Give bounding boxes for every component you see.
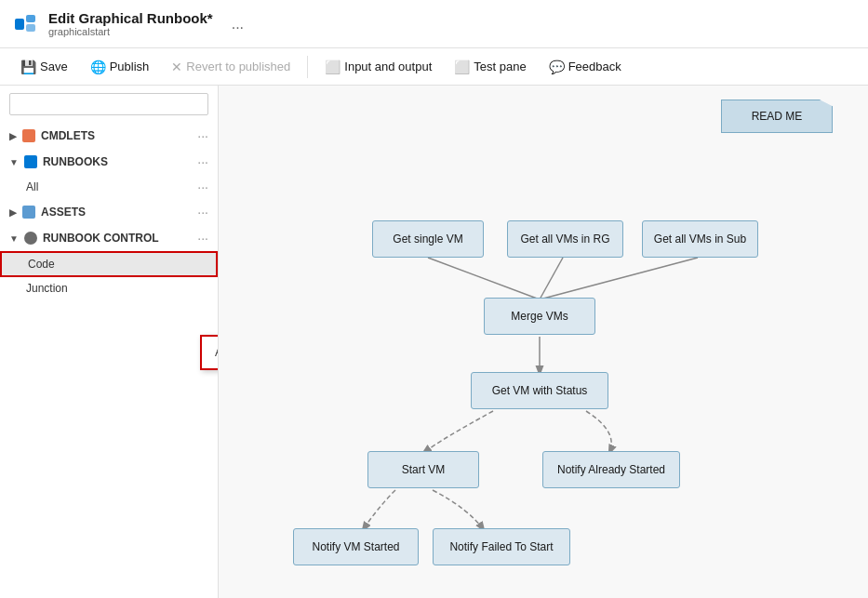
publish-icon: 🌐 [90, 60, 106, 74]
readme-label: READ ME [752, 110, 803, 123]
node-notify-failed-start[interactable]: Notify Failed To Start [433, 528, 570, 565]
svg-line-4 [540, 258, 563, 299]
all-item-more[interactable]: ··· [197, 179, 208, 194]
code-item-label: Code [28, 258, 55, 271]
runbooks-label: RUNBOOKS [43, 155, 108, 168]
page-title: Edit Graphical Runbook* [48, 10, 213, 26]
feedback-button[interactable]: 💬 Feedback [540, 56, 631, 78]
publish-button[interactable]: 🌐 Publish [81, 56, 159, 78]
cmdlets-label: CMDLETS [41, 129, 95, 142]
save-button[interactable]: 💾 Save [11, 56, 77, 78]
page-subtitle: graphicalstart [48, 26, 213, 37]
assets-label: ASSETS [41, 206, 86, 219]
feedback-label: Feedback [568, 60, 621, 73]
runbook-control-group-header[interactable]: ▼ RUNBOOK CONTROL ··· [0, 225, 218, 251]
sidebar-group-cmdlets: ▶ CMDLETS ··· [0, 123, 218, 149]
runbooks-more-button[interactable]: ··· [197, 154, 208, 169]
node-notify-already-started[interactable]: Notify Already Started [542, 451, 680, 488]
app-icon [11, 9, 41, 39]
get-vm-status-label: Get VM with Status [492, 384, 588, 397]
cmdlets-color-icon [22, 129, 35, 142]
node-readme[interactable]: READ ME [721, 100, 833, 133]
title-area: Edit Graphical Runbook* graphicalstart [48, 10, 213, 37]
sidebar-search-area [0, 86, 218, 123]
assets-more-button[interactable]: ··· [197, 205, 208, 219]
test-pane-label: Test pane [474, 60, 526, 73]
toolbar-divider-1 [307, 56, 308, 78]
node-get-single-vm[interactable]: Get single VM [372, 220, 484, 258]
notify-failed-start-label: Notify Failed To Start [449, 540, 553, 553]
revert-icon: ✕ [171, 60, 182, 74]
sidebar-group-assets: ▶ ASSETS ··· [0, 199, 218, 225]
rbcontrol-more-button[interactable]: ··· [197, 231, 208, 246]
cmdlets-chevron-icon: ▶ [9, 131, 17, 141]
get-single-vm-label: Get single VM [393, 233, 462, 246]
assets-color-icon [22, 206, 35, 219]
search-input[interactable] [9, 93, 208, 115]
add-to-canvas-item[interactable]: Add to canvas [202, 340, 219, 365]
main-layout: ▶ CMDLETS ··· ▼ RUNBOOKS ··· All ··· [0, 86, 868, 598]
runbooks-color-icon [24, 155, 37, 168]
svg-rect-2 [26, 24, 35, 32]
save-label: Save [40, 60, 68, 73]
header-more-button[interactable]: ... [232, 16, 244, 33]
sidebar-group-runbook-control: ▼ RUNBOOK CONTROL ··· Code Junction [0, 225, 218, 299]
sidebar-group-runbooks: ▼ RUNBOOKS ··· All ··· [0, 149, 218, 199]
rbcontrol-color-icon [24, 232, 37, 245]
node-start-vm[interactable]: Start VM [367, 451, 479, 488]
notify-vm-started-label: Notify VM Started [312, 540, 399, 553]
get-all-vms-sub-label: Get all VMs in Sub [654, 233, 746, 246]
input-output-icon: ⬜ [325, 60, 341, 74]
node-get-vm-status[interactable]: Get VM with Status [471, 372, 608, 409]
sidebar: ▶ CMDLETS ··· ▼ RUNBOOKS ··· All ··· [0, 86, 219, 598]
publish-label: Publish [110, 60, 150, 73]
svg-line-3 [428, 258, 540, 299]
node-get-all-vms-rg[interactable]: Get all VMs in RG [507, 220, 623, 258]
rbcontrol-label: RUNBOOK CONTROL [43, 232, 159, 245]
save-icon: 💾 [20, 60, 36, 74]
cmdlets-group-header[interactable]: ▶ CMDLETS ··· [0, 123, 218, 149]
get-all-vms-rg-label: Get all VMs in RG [520, 233, 609, 246]
node-get-all-vms-sub[interactable]: Get all VMs in Sub [642, 220, 758, 258]
assets-group-header[interactable]: ▶ ASSETS ··· [0, 199, 218, 225]
input-output-button[interactable]: ⬜ Input and output [315, 56, 441, 78]
node-merge-vms[interactable]: Merge VMs [484, 298, 595, 335]
assets-chevron-icon: ▶ [9, 207, 17, 218]
revert-button[interactable]: ✕ Revert to published [162, 56, 300, 78]
feedback-icon: 💬 [549, 60, 565, 74]
sidebar-item-all[interactable]: All ··· [0, 175, 218, 199]
cmdlets-more-button[interactable]: ··· [197, 128, 208, 143]
context-menu: Add to canvas [200, 335, 219, 370]
sidebar-item-code[interactable]: Code [0, 251, 218, 277]
notify-already-started-label: Notify Already Started [557, 463, 665, 476]
svg-rect-0 [15, 19, 24, 30]
node-notify-vm-started[interactable]: Notify VM Started [293, 528, 419, 565]
start-vm-label: Start VM [402, 463, 446, 476]
sidebar-item-junction[interactable]: Junction [0, 277, 218, 299]
svg-line-5 [540, 258, 698, 299]
rbcontrol-chevron-icon: ▼ [9, 233, 19, 244]
junction-item-label: Junction [26, 282, 68, 295]
svg-rect-1 [26, 15, 35, 22]
runbooks-chevron-icon: ▼ [9, 157, 19, 167]
runbooks-group-header[interactable]: ▼ RUNBOOKS ··· [0, 149, 218, 175]
canvas-connectors [219, 86, 868, 598]
test-pane-button[interactable]: ⬜ Test pane [445, 56, 535, 78]
header: Edit Graphical Runbook* graphicalstart .… [0, 0, 868, 48]
all-item-label: All [26, 180, 38, 193]
canvas[interactable]: READ ME Get single VM Get all VMs in RG … [219, 86, 868, 598]
toolbar: 💾 Save 🌐 Publish ✕ Revert to published ⬜… [0, 48, 868, 86]
input-output-label: Input and output [344, 60, 432, 73]
test-pane-icon: ⬜ [454, 60, 470, 74]
merge-vms-label: Merge VMs [511, 310, 568, 323]
revert-label: Revert to published [186, 60, 290, 73]
